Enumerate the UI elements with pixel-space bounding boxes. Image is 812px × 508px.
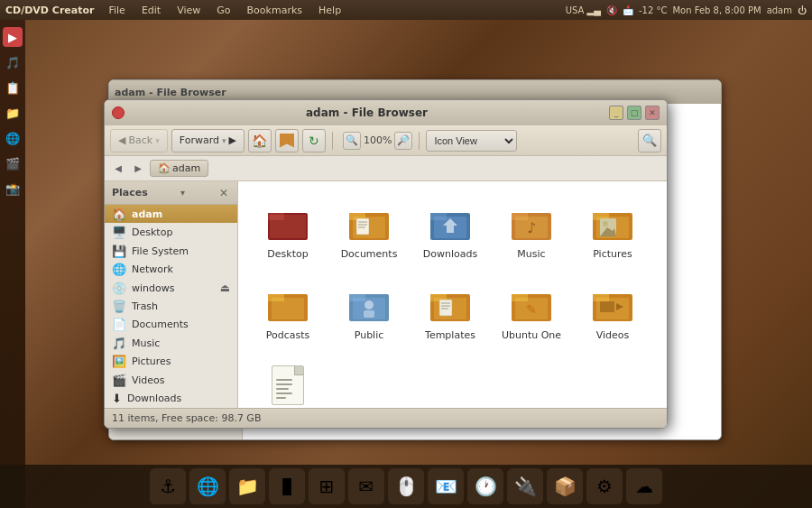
network-indicator: USA ▂▄ bbox=[566, 5, 601, 15]
dock-icon-3[interactable]: 📋 bbox=[3, 78, 23, 97]
window-close-btn2[interactable]: ✕ bbox=[645, 106, 660, 120]
bookmark-icon bbox=[280, 134, 294, 148]
home-button[interactable]: 🏠 bbox=[248, 129, 272, 152]
taskbar-archive[interactable]: 📦 bbox=[547, 468, 583, 504]
bookmark-button[interactable] bbox=[275, 129, 299, 152]
email-icon: ✉️ bbox=[359, 476, 374, 497]
forward-button[interactable]: Forward ▾ ▶ bbox=[171, 129, 245, 152]
svg-text:✎: ✎ bbox=[526, 302, 537, 317]
sidebar-item-documents[interactable]: 📄 Documents bbox=[105, 316, 237, 334]
back-chevron-icon: ▾ bbox=[155, 136, 160, 145]
file-item-documents[interactable]: Documents bbox=[328, 190, 410, 272]
menu-view[interactable]: View bbox=[173, 5, 204, 16]
zoom-in-button[interactable]: 🔎 bbox=[394, 132, 412, 150]
file-item-examples[interactable]: Examples bbox=[247, 353, 328, 408]
window-minimize-button[interactable]: _ bbox=[609, 106, 623, 120]
dock-icon-1[interactable]: ▶ bbox=[3, 27, 23, 47]
window-titlebar: adam - File Browser _ □ ✕ bbox=[105, 100, 667, 125]
window-maximize-button[interactable]: □ bbox=[627, 106, 641, 120]
breadcrumb-adam[interactable]: 🏠 adam bbox=[150, 160, 208, 177]
examples-file-icon bbox=[266, 364, 309, 407]
location-back-button[interactable]: ◀ bbox=[110, 161, 126, 177]
menu-edit[interactable]: Edit bbox=[138, 5, 164, 16]
menu-help[interactable]: Help bbox=[315, 5, 345, 16]
file-item-ubuntu-one[interactable]: ✎ Ubuntu One bbox=[491, 272, 572, 353]
svg-point-22 bbox=[603, 221, 608, 226]
documents-icon: 📄 bbox=[112, 318, 126, 331]
app-name: CD/DVD Creator bbox=[5, 5, 94, 16]
taskbar-clock[interactable]: 🕐 bbox=[467, 468, 503, 504]
sidebar-item-trash[interactable]: 🗑️ Trash bbox=[105, 297, 237, 315]
file-item-desktop[interactable]: Desktop bbox=[247, 190, 328, 272]
menu-file[interactable]: File bbox=[105, 5, 128, 16]
dock-icon-7[interactable]: 📸 bbox=[3, 179, 23, 199]
zoom-level: 100% bbox=[364, 134, 392, 146]
dock-icon-5[interactable]: 🌐 bbox=[3, 128, 23, 148]
file-item-podcasts[interactable]: Podcasts bbox=[247, 272, 328, 353]
file-item-templates[interactable]: Templates bbox=[410, 272, 491, 353]
sidebar-close-button[interactable]: ✕ bbox=[217, 187, 230, 199]
cursor-icon: 🖱️ bbox=[395, 476, 418, 497]
pictures-folder-icon bbox=[591, 201, 634, 245]
taskbar-gmail[interactable]: 📧 bbox=[428, 468, 464, 504]
sidebar-item-downloads[interactable]: ⬇️ Downloads bbox=[105, 390, 237, 408]
menu-go[interactable]: Go bbox=[213, 5, 234, 16]
sidebar-item-desktop[interactable]: 🖥️ Desktop bbox=[105, 223, 237, 241]
eject-icon: ⏏ bbox=[220, 282, 230, 294]
archive-icon: 📦 bbox=[554, 476, 577, 497]
file-area: Desktop D bbox=[238, 181, 667, 408]
taskbar-files[interactable]: 📁 bbox=[229, 468, 265, 504]
sidebar-item-music[interactable]: 🎵 Music bbox=[105, 334, 237, 352]
battery-icon: 📩 bbox=[623, 5, 633, 15]
volume-icon: 🔇 bbox=[606, 5, 617, 15]
ubuntu-one-folder-icon: ✎ bbox=[510, 282, 553, 326]
view-selector[interactable]: Icon View List View Compact View bbox=[426, 130, 517, 152]
main-window: adam - File Browser _ □ ✕ ◀ Back ▾ Forwa… bbox=[104, 99, 668, 429]
file-item-pictures[interactable]: Pictures bbox=[572, 190, 653, 272]
sidebar-item-network[interactable]: 🌐 Network bbox=[105, 260, 237, 278]
taskbar-anchor[interactable]: ⚓ bbox=[150, 468, 186, 504]
taskbar-browser[interactable]: 🌐 bbox=[189, 468, 226, 504]
zoom-out-button[interactable]: 🔍 bbox=[343, 132, 361, 150]
back-icon: ◀ bbox=[118, 134, 125, 146]
taskbar-settings[interactable]: ⚙️ bbox=[586, 468, 623, 504]
taskbar-usb[interactable]: 🔌 bbox=[507, 468, 543, 504]
window-content: Places ▾ ✕ 🏠 adam 🖥️ Desktop 💾 File Syst… bbox=[105, 181, 667, 408]
sidebar-item-windows[interactable]: 💿 windows ⏏ bbox=[105, 279, 237, 297]
system-tray: USA ▂▄ 🔇 📩 -12 °C Mon Feb 8, 8:00 PM ada… bbox=[566, 5, 807, 15]
taskbar-cloud[interactable]: ☁️ bbox=[626, 468, 662, 504]
search-button[interactable]: 🔍 bbox=[638, 129, 661, 152]
back-button[interactable]: ◀ Back ▾ bbox=[110, 129, 168, 152]
taskbar-cursor[interactable]: 🖱️ bbox=[388, 468, 424, 504]
datetime-display: Mon Feb 8, 8:00 PM bbox=[672, 5, 761, 15]
terminal-icon: ▐▌ bbox=[278, 478, 295, 495]
sidebar-item-pictures[interactable]: 🖼️ Pictures bbox=[105, 353, 237, 371]
taskbar: ⚓ 🌐 📁 ▐▌ ⊞ ✉️ 🖱️ 📧 🕐 🔌 📦 bbox=[0, 465, 812, 508]
file-item-videos[interactable]: Videos bbox=[572, 272, 653, 353]
breadcrumb: 🏠 adam bbox=[150, 160, 208, 177]
taskbar-terminal[interactable]: ▐▌ bbox=[269, 468, 305, 504]
sidebar-item-adam[interactable]: 🏠 adam bbox=[105, 205, 237, 223]
forward-icon: ▶ bbox=[229, 134, 236, 146]
svg-rect-46 bbox=[600, 301, 614, 312]
file-item-public[interactable]: Public bbox=[328, 272, 410, 353]
dock-icon-6[interactable]: 🎬 bbox=[3, 153, 23, 173]
file-item-music[interactable]: ♪ Music bbox=[491, 190, 572, 272]
sidebar-item-filesystem[interactable]: 💾 File System bbox=[105, 242, 237, 260]
desktop: CD/DVD Creator File Edit View Go Bookmar… bbox=[0, 0, 812, 508]
taskbar-windowlist[interactable]: ⊞ bbox=[309, 468, 345, 504]
music-folder-icon: ♪ bbox=[510, 201, 553, 245]
reload-button[interactable]: ↻ bbox=[302, 129, 326, 152]
dock-icon-2[interactable]: 🎵 bbox=[3, 52, 23, 72]
power-button[interactable]: ⏻ bbox=[798, 5, 807, 15]
downloads-folder-icon bbox=[429, 201, 472, 245]
window-close-button[interactable] bbox=[112, 106, 125, 119]
dock-icon-4[interactable]: 📁 bbox=[3, 103, 23, 123]
desktop-icon: 🖥️ bbox=[112, 226, 126, 239]
toolbar-separator-2 bbox=[419, 132, 420, 150]
taskbar-email[interactable]: ✉️ bbox=[348, 468, 384, 504]
sidebar-item-videos[interactable]: 🎬 Videos bbox=[105, 371, 237, 389]
file-item-downloads[interactable]: Downloads bbox=[410, 190, 491, 272]
menu-bookmarks[interactable]: Bookmarks bbox=[244, 5, 306, 16]
location-forward-button[interactable]: ▶ bbox=[130, 161, 146, 177]
